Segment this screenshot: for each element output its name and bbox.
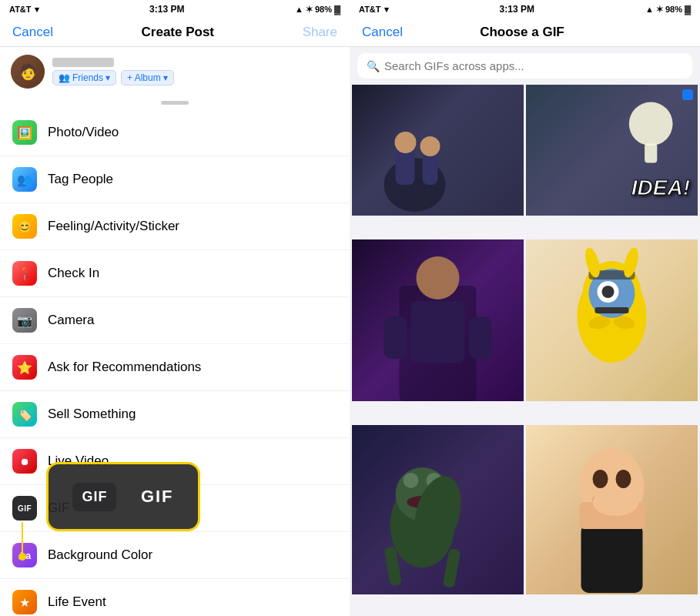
bluetooth-icon: ✶ [306, 5, 313, 15]
avatar: 🧑 [11, 55, 45, 89]
menu-item-ask-recommendations[interactable]: ⭐ Ask for Recommendations [0, 344, 350, 391]
menu-item-photo-video[interactable]: 🖼️ Photo/Video [0, 109, 350, 156]
svg-point-35 [616, 470, 631, 488]
svg-point-34 [593, 470, 608, 488]
ask-recommendations-label: Ask for Recommendations [48, 360, 201, 375]
sell-something-icon: 🏷️ [12, 402, 37, 427]
search-icon: 🔍 [367, 60, 380, 72]
menu-item-check-in[interactable]: 📍 Check In [0, 250, 350, 297]
background-color-label: Background Color [48, 547, 152, 563]
right-carrier-text: AT&T [359, 5, 381, 14]
user-row: 🧑 👥 Friends ▾ + Album ▾ [0, 47, 350, 96]
location-icon: ▲ [295, 5, 303, 14]
gif-cell-1[interactable] [352, 85, 524, 216]
tag-people-icon: 👥 [12, 167, 37, 192]
tag-people-label: Tag People [48, 172, 113, 187]
wifi-icon: ▾ [35, 5, 39, 15]
gif-cell-5[interactable] [352, 425, 524, 594]
menu-item-camera[interactable]: 📷 Camera [0, 297, 350, 344]
gif-cell-2[interactable]: IDEA! [526, 85, 698, 216]
gif-tooltip-arrow [22, 522, 23, 561]
status-left: AT&T ▾ [9, 5, 39, 15]
svg-point-25 [404, 473, 419, 488]
svg-point-8 [417, 256, 460, 300]
gif-cell-6[interactable] [526, 425, 698, 594]
gif-tooltip: GIF GIF [46, 462, 200, 531]
camera-label: Camera [48, 313, 94, 328]
user-info: 👥 Friends ▾ + Album ▾ [52, 58, 174, 85]
album-badge[interactable]: + Album ▾ [121, 70, 174, 85]
gif-tooltip-light: GIF [141, 487, 174, 507]
gif-cell-4[interactable] [526, 239, 698, 401]
menu-item-life-event[interactable]: ★ Life Event [0, 579, 350, 616]
svg-point-4 [420, 136, 440, 156]
svg-rect-11 [469, 316, 492, 359]
svg-rect-10 [384, 316, 407, 359]
friends-chevron: ▾ [106, 72, 110, 83]
svg-rect-6 [645, 143, 657, 162]
photo-video-label: Photo/Video [48, 125, 119, 140]
user-controls: 👥 Friends ▾ + Album ▾ [52, 70, 174, 85]
carrier-text: AT&T [9, 5, 32, 14]
right-panel: AT&T ▾ 3:13 PM ▲ ✶ 98% ▓ Cancel Choose a… [350, 0, 700, 616]
right-status-right: ▲ ✶ 98% ▓ [645, 5, 691, 15]
menu-list: 🖼️ Photo/Video 👥 Tag People 😊 Feeling/Ac… [0, 109, 350, 616]
svg-point-2 [395, 132, 417, 153]
gif-badge [682, 89, 693, 100]
photo-video-icon: 🖼️ [12, 120, 37, 145]
battery-icon: ▓ [334, 5, 340, 14]
share-button[interactable]: Share [303, 25, 337, 40]
check-in-label: Check In [48, 266, 99, 281]
right-nav-bar: Cancel Choose a GIF [350, 18, 700, 47]
battery-text: 98% [315, 5, 332, 14]
svg-rect-20 [595, 307, 629, 313]
menu-item-tag-people[interactable]: 👥 Tag People [0, 156, 350, 203]
gif-tooltip-dark: GIF [72, 483, 116, 511]
friends-badge[interactable]: 👥 Friends ▾ [52, 70, 116, 85]
right-bluetooth-icon: ✶ [656, 5, 663, 15]
sell-something-label: Sell Something [48, 407, 136, 422]
gif-grid: IDEA! [350, 85, 700, 616]
right-wifi-icon: ▾ [384, 5, 389, 15]
camera-icon: 📷 [12, 308, 37, 333]
menu-item-background-color[interactable]: Aa Background Color [0, 532, 350, 579]
gif-search-input[interactable] [384, 59, 683, 72]
svg-point-37 [593, 488, 639, 516]
album-label: + Album [127, 72, 161, 83]
idea-text: IDEA! [631, 176, 690, 200]
right-status-left: AT&T ▾ [359, 5, 389, 15]
gif-search-bar[interactable]: 🔍 [357, 53, 692, 79]
right-cancel-button[interactable]: Cancel [362, 25, 403, 40]
choose-gif-title: Choose a GIF [480, 25, 564, 40]
menu-item-sell-something[interactable]: 🏷️ Sell Something [0, 391, 350, 438]
right-location-icon: ▲ [645, 5, 654, 14]
ask-recommendations-icon: ⭐ [12, 355, 37, 380]
gif-cell-3[interactable] [352, 239, 524, 401]
left-panel: AT&T ▾ 3:13 PM ▲ ✶ 98% ▓ Cancel Create P… [0, 0, 350, 616]
svg-point-16 [602, 286, 615, 298]
feeling-icon: 😊 [12, 214, 37, 239]
right-battery-icon: ▓ [685, 5, 691, 14]
feeling-label: Feeling/Activity/Sticker [48, 219, 179, 234]
right-status-bar: AT&T ▾ 3:13 PM ▲ ✶ 98% ▓ [350, 0, 700, 18]
right-status-time: 3:13 PM [500, 4, 534, 15]
cancel-button[interactable]: Cancel [12, 25, 53, 40]
user-name-placeholder [52, 58, 114, 67]
album-chevron: ▾ [163, 72, 168, 83]
menu-item-feeling[interactable]: 😊 Feeling/Activity/Sticker [0, 203, 350, 250]
left-status-bar: AT&T ▾ 3:13 PM ▲ ✶ 98% ▓ [0, 0, 350, 18]
left-nav-bar: Cancel Create Post Share [0, 18, 350, 47]
check-in-icon: 📍 [12, 261, 37, 286]
create-post-title: Create Post [142, 25, 214, 40]
right-battery-text: 98% [665, 5, 682, 14]
status-right: ▲ ✶ 98% ▓ [295, 5, 340, 15]
friends-icon: 👥 [59, 72, 70, 83]
drag-handle[interactable] [0, 96, 350, 109]
live-video-icon: ⏺ [12, 449, 37, 474]
avatar-image: 🧑 [11, 55, 45, 89]
life-event-label: Life Event [48, 594, 106, 610]
svg-rect-9 [411, 301, 465, 363]
status-time: 3:13 PM [149, 4, 184, 15]
drag-bar [161, 101, 189, 105]
life-event-icon: ★ [12, 590, 37, 614]
